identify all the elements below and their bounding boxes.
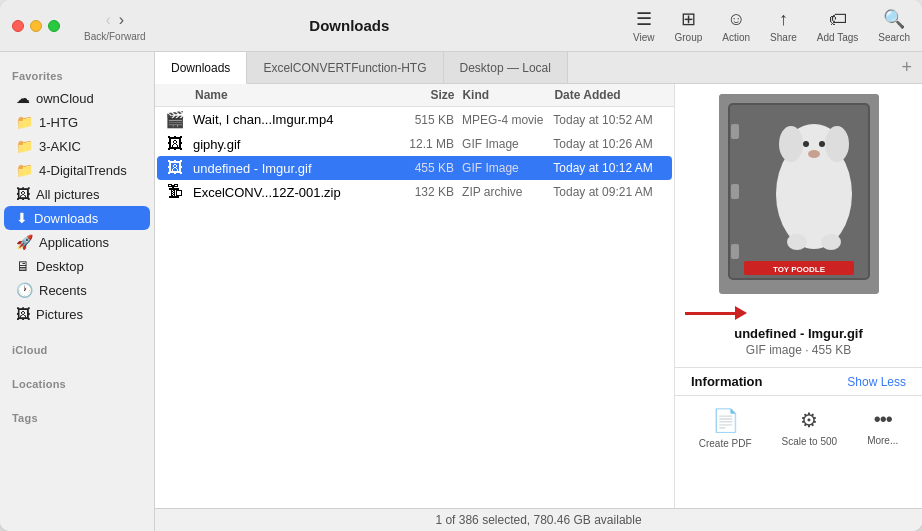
sidebar-item-all-pictures[interactable]: 🖼 All pictures xyxy=(4,182,150,206)
desktop-icon: 🖥 xyxy=(16,258,30,274)
group-label: Group xyxy=(675,32,703,43)
icloud-label: iCloud xyxy=(0,334,154,360)
create-pdf-label: Create PDF xyxy=(699,438,752,449)
svg-point-13 xyxy=(821,234,841,250)
sidebar-item-pictures[interactable]: 🖼 Pictures xyxy=(4,302,150,326)
favorites-label: Favorites xyxy=(0,60,154,86)
red-arrow xyxy=(685,306,747,320)
sidebar-item-4digitaltrends[interactable]: 📁 4-DigitalTrends xyxy=(4,158,150,182)
search-button[interactable]: 🔍 Search xyxy=(878,8,910,43)
file-list: Name Size Kind Date Added 🎬 Wait, I chan… xyxy=(155,84,675,508)
file-size: 132 KB xyxy=(388,185,462,199)
sidebar-item-owncloud[interactable]: ☁ ownCloud xyxy=(4,86,150,110)
folder-icon: 📁 xyxy=(16,138,33,154)
svg-point-12 xyxy=(787,234,807,250)
table-row[interactable]: 🎬 Wait, I chan...Imgur.mp4 515 KB MPEG-4… xyxy=(157,107,672,132)
svg-point-10 xyxy=(819,141,825,147)
file-type-icon: 🗜 xyxy=(157,183,193,201)
add-tags-button[interactable]: 🏷 Add Tags xyxy=(817,9,859,43)
file-list-header: Name Size Kind Date Added xyxy=(155,84,674,107)
scale-icon: ⚙ xyxy=(800,408,818,432)
owncloud-icon: ☁ xyxy=(16,90,30,106)
sidebar-item-label: Recents xyxy=(39,283,87,298)
tags-label: Tags xyxy=(0,402,154,428)
sidebar-item-desktop[interactable]: 🖥 Desktop xyxy=(4,254,150,278)
sidebar-item-1htg[interactable]: 📁 1-HTG xyxy=(4,110,150,134)
show-less-button[interactable]: Show Less xyxy=(847,375,906,389)
file-kind: GIF Image xyxy=(462,137,553,151)
file-date: Today at 10:52 AM xyxy=(553,113,672,127)
pdf-icon: 📄 xyxy=(712,408,739,434)
table-row[interactable]: 🖼 giphy.gif 12.1 MB GIF Image Today at 1… xyxy=(157,132,672,156)
col-date-header: Date Added xyxy=(554,88,674,102)
locations-label: Locations xyxy=(0,368,154,394)
file-name: Wait, I chan...Imgur.mp4 xyxy=(193,112,388,127)
preview-actions: 📄 Create PDF ⚙ Scale to 500 ••• More... xyxy=(675,395,922,461)
share-icon: ↑ xyxy=(779,9,788,30)
tag-icon: 🏷 xyxy=(829,9,847,30)
file-kind: GIF Image xyxy=(462,161,553,175)
table-row[interactable]: 🖼 undefined - Imgur.gif 455 KB GIF Image… xyxy=(157,156,672,180)
view-label: View xyxy=(633,32,655,43)
sidebar-item-3akic[interactable]: 📁 3-AKIC xyxy=(4,134,150,158)
arrow-row xyxy=(675,306,922,326)
svg-rect-3 xyxy=(731,184,739,199)
minimize-button[interactable] xyxy=(30,20,42,32)
maximize-button[interactable] xyxy=(48,20,60,32)
group-icon: ⊞ xyxy=(681,8,696,30)
content-area: Name Size Kind Date Added 🎬 Wait, I chan… xyxy=(155,84,922,508)
share-button[interactable]: ↑ Share xyxy=(770,9,797,43)
file-date: Today at 10:26 AM xyxy=(553,137,672,151)
file-size: 515 KB xyxy=(388,113,462,127)
search-label: Search xyxy=(878,32,910,43)
view-icon: ☰ xyxy=(636,8,652,30)
more-button[interactable]: ••• More... xyxy=(867,408,898,449)
svg-point-9 xyxy=(803,141,809,147)
sidebar-item-label: 4-DigitalTrends xyxy=(39,163,127,178)
pictures-icon: 🖼 xyxy=(16,306,30,322)
more-label: More... xyxy=(867,435,898,446)
sidebar-item-downloads[interactable]: ⬇ Downloads xyxy=(4,206,150,230)
tab-excel[interactable]: ExcelCONVERTFunction-HTG xyxy=(247,52,443,83)
sidebar: Favorites ☁ ownCloud 📁 1-HTG 📁 3-AKIC 📁 … xyxy=(0,52,155,531)
file-date: Today at 09:21 AM xyxy=(553,185,672,199)
svg-rect-4 xyxy=(731,244,739,259)
tabs-bar: Downloads ExcelCONVERTFunction-HTG Deskt… xyxy=(155,52,922,84)
status-bar: 1 of 386 selected, 780.46 GB available xyxy=(155,508,922,531)
tab-desktop[interactable]: Desktop — Local xyxy=(444,52,568,83)
tab-add-button[interactable]: + xyxy=(891,52,922,83)
close-button[interactable] xyxy=(12,20,24,32)
main-content: Favorites ☁ ownCloud 📁 1-HTG 📁 3-AKIC 📁 … xyxy=(0,52,922,531)
downloads-icon: ⬇ xyxy=(16,210,28,226)
pictures-icon: 🖼 xyxy=(16,186,30,202)
applications-icon: 🚀 xyxy=(16,234,33,250)
sidebar-item-label: 1-HTG xyxy=(39,115,78,130)
file-name: ExcelCONV...12Z-001.zip xyxy=(193,185,388,200)
search-icon: 🔍 xyxy=(883,8,905,30)
preview-thumbnail: TOY POODLE xyxy=(719,94,879,294)
sidebar-item-label: All pictures xyxy=(36,187,100,202)
file-kind: ZIP archive xyxy=(462,185,553,199)
file-kind: MPEG-4 movie xyxy=(462,113,553,127)
group-button[interactable]: ⊞ Group xyxy=(675,8,703,43)
finder-window: ‹ › Back/Forward Downloads ☰ View ⊞ Grou… xyxy=(0,0,922,531)
create-pdf-button[interactable]: 📄 Create PDF xyxy=(699,408,752,449)
table-row[interactable]: 🗜 ExcelCONV...12Z-001.zip 132 KB ZIP arc… xyxy=(157,180,672,204)
scale-500-button[interactable]: ⚙ Scale to 500 xyxy=(782,408,838,449)
file-type-icon: 🎬 xyxy=(157,110,193,129)
col-name-header: Name xyxy=(155,88,388,102)
arrow-head xyxy=(735,306,747,320)
sidebar-item-recents[interactable]: 🕐 Recents xyxy=(4,278,150,302)
preview-panel: TOY POODLE undefined - Imgur.gif GIF ima… xyxy=(675,84,922,508)
action-button[interactable]: ☺ Action xyxy=(722,9,750,43)
preview-filename: undefined - Imgur.gif xyxy=(722,326,875,341)
sidebar-item-applications[interactable]: 🚀 Applications xyxy=(4,230,150,254)
toolbar: ‹ › Back/Forward Downloads ☰ View ⊞ Grou… xyxy=(0,0,922,52)
more-icon: ••• xyxy=(874,408,892,431)
view-button[interactable]: ☰ View xyxy=(633,8,655,43)
file-name: giphy.gif xyxy=(193,137,388,152)
preview-image-inner: TOY POODLE xyxy=(719,94,879,294)
tab-downloads[interactable]: Downloads xyxy=(155,52,247,84)
arrow-line xyxy=(685,312,735,315)
file-name: undefined - Imgur.gif xyxy=(193,161,388,176)
